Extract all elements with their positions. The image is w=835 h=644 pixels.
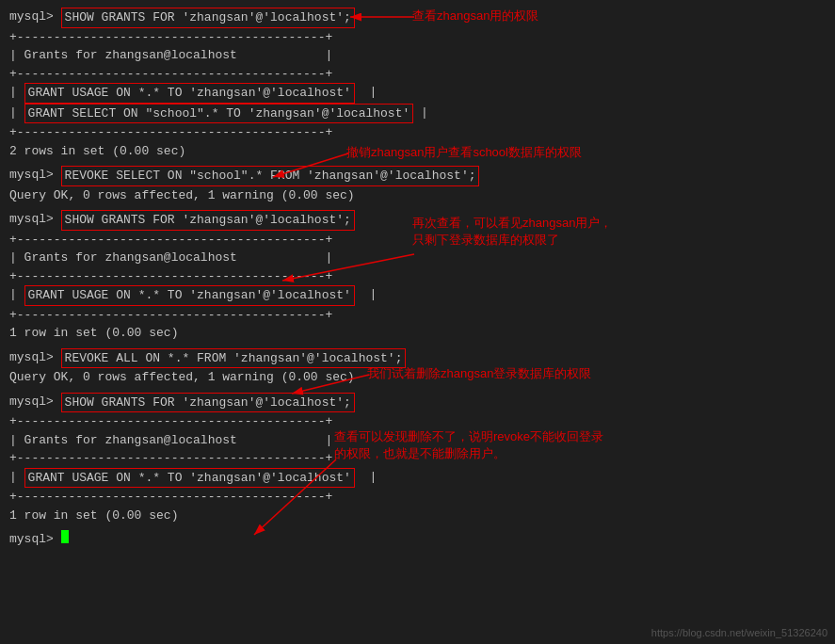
final-prompt-line: mysql> bbox=[9, 530, 826, 549]
pipe-3: | bbox=[9, 285, 24, 304]
grant-select-box-1: GRANT SELECT ON "school".* TO 'zhangsan'… bbox=[24, 104, 414, 124]
watermark: https://blog.csdn.net/weixin_51326240 bbox=[651, 627, 827, 638]
command-box-4: REVOKE ALL ON *.* FROM 'zhangsan'@'local… bbox=[61, 348, 407, 369]
query-ok-2: Query OK, 0 rows affected, 1 warning (0.… bbox=[9, 186, 826, 205]
section-1: mysql> SHOW GRANTS FOR 'zhangsan'@'local… bbox=[9, 8, 826, 160]
separator-3b: +---------------------------------------… bbox=[9, 267, 826, 286]
separator-1a: +---------------------------------------… bbox=[9, 28, 826, 47]
command-box-5: SHOW GRANTS FOR 'zhangsan'@'localhost'; bbox=[61, 393, 355, 413]
output-grants-header-1: | Grants for zhangsan@localhost | bbox=[9, 46, 826, 65]
annotation-2: 撤销zhangsan用户查看school数据库的权限 bbox=[346, 144, 582, 161]
separator-5c: +---------------------------------------… bbox=[9, 488, 826, 507]
terminal-window: mysql> SHOW GRANTS FOR 'zhangsan'@'local… bbox=[9, 8, 826, 549]
annotation-4: 我们试着删除zhangsan登录数据库的权限 bbox=[367, 365, 591, 382]
pipe-1a: | bbox=[9, 83, 24, 102]
prompt-3: mysql> bbox=[9, 210, 61, 229]
section-2: mysql> REVOKE SELECT ON "school".* FROM … bbox=[9, 166, 826, 204]
command-line-2: mysql> REVOKE SELECT ON "school".* FROM … bbox=[9, 166, 826, 186]
grant-line-5: | GRANT USAGE ON *.* TO 'zhangsan'@'loca… bbox=[9, 468, 826, 489]
grant-line-1b: | GRANT SELECT ON "school".* TO 'zhangsa… bbox=[9, 104, 826, 124]
pipe-5: | bbox=[9, 468, 24, 487]
cursor bbox=[61, 530, 69, 543]
separator-3c: +---------------------------------------… bbox=[9, 306, 826, 325]
prompt-2: mysql> bbox=[9, 166, 61, 185]
output-grants-header-3: | Grants for zhangsan@localhost | bbox=[9, 249, 826, 267]
pipe-end-1a: | bbox=[355, 83, 377, 102]
command-line-5: mysql> SHOW GRANTS FOR 'zhangsan'@'local… bbox=[9, 393, 826, 413]
grant-usage-box-3: GRANT USAGE ON *.* TO 'zhangsan'@'localh… bbox=[24, 285, 355, 306]
final-prompt: mysql> bbox=[9, 530, 61, 549]
prompt-4: mysql> bbox=[9, 348, 61, 367]
annotation-5-line2: 的权限，也就是不能删除用户。 bbox=[334, 445, 506, 462]
annotation-3-line2: 只剩下登录数据库的权限了 bbox=[412, 232, 559, 249]
grant-usage-box-1: GRANT USAGE ON *.* TO 'zhangsan'@'localh… bbox=[24, 83, 355, 104]
pipe-1b: | bbox=[9, 104, 24, 122]
prompt-5: mysql> bbox=[9, 393, 61, 411]
rows-5: 1 row in set (0.00 sec) bbox=[9, 507, 826, 525]
command-box-2: REVOKE SELECT ON "school".* FROM 'zhangs… bbox=[61, 166, 480, 186]
pipe-end-1b: | bbox=[413, 104, 428, 122]
annotation-3-line1: 再次查看，可以看见zhangsan用户， bbox=[412, 215, 612, 232]
prompt-1: mysql> bbox=[9, 8, 61, 26]
annotation-1: 查看zhangsan用的权限 bbox=[412, 8, 538, 24]
section-final: mysql> bbox=[9, 530, 826, 549]
grant-line-3: | GRANT USAGE ON *.* TO 'zhangsan'@'loca… bbox=[9, 285, 826, 306]
command-box-1: SHOW GRANTS FOR 'zhangsan'@'localhost'; bbox=[61, 8, 355, 28]
rows-3: 1 row in set (0.00 sec) bbox=[9, 324, 826, 343]
command-box-3: SHOW GRANTS FOR 'zhangsan'@'localhost'; bbox=[61, 210, 355, 231]
separator-1c: +---------------------------------------… bbox=[9, 123, 826, 142]
grant-usage-box-5: GRANT USAGE ON *.* TO 'zhangsan'@'localh… bbox=[24, 468, 355, 489]
pipe-end-5: | bbox=[355, 468, 377, 487]
grant-line-1a: | GRANT USAGE ON *.* TO 'zhangsan'@'loca… bbox=[9, 83, 826, 104]
annotation-5-line1: 查看可以发现删除不了，说明revoke不能收回登录 bbox=[334, 428, 603, 445]
pipe-end-3: | bbox=[355, 285, 377, 304]
separator-1b: +---------------------------------------… bbox=[9, 65, 826, 84]
